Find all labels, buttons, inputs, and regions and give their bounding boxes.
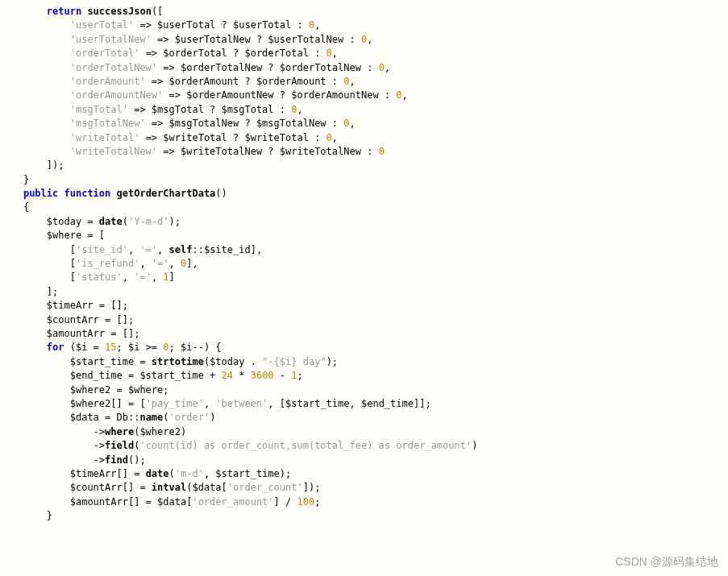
token-fn: getOrderChartData xyxy=(117,188,216,199)
token-s: 'pay_time' xyxy=(146,398,204,409)
token-s: 'orderTotal' xyxy=(70,48,140,59)
token-n: 0 xyxy=(396,89,401,101)
token-s: 'userTotal' xyxy=(70,19,134,31)
code-line: 'writeTotal' => $writeTotal ? $writeTota… xyxy=(0,131,728,145)
code-line: $data = Db::name('order') xyxy=(0,411,728,425)
token-fn: find xyxy=(105,454,128,466)
token-p: $amountArr = []; xyxy=(47,328,140,339)
code-line: $countArr = []; xyxy=(0,313,728,327)
token-p: , xyxy=(123,271,134,283)
token-p: ], xyxy=(186,258,198,269)
token-p: , xyxy=(152,271,163,283)
token-n: 0 xyxy=(343,118,349,129)
code-line: ->where($where2) xyxy=(0,425,728,439)
token-n: 0 xyxy=(343,76,349,87)
token-p: $timeArr[] = xyxy=(70,468,146,479)
token-s: 'writeTotalNew' xyxy=(70,146,157,157)
code-line: $countArr[] = intval($data['order_count'… xyxy=(0,481,728,495)
token-s: 'order' xyxy=(169,412,210,423)
token-p: * xyxy=(233,370,251,381)
code-line: $amountArr = []; xyxy=(0,327,728,341)
code-line: ->field('count(id) as order_count,sum(to… xyxy=(0,439,728,453)
token-s: 'order_count' xyxy=(227,482,303,493)
token-s: 'm-d' xyxy=(175,468,204,479)
token-s: 'orderTotalNew' xyxy=(70,62,157,73)
token-p: ]; xyxy=(47,286,58,297)
token-p: , xyxy=(297,104,302,115)
code-line: 'orderTotal' => $orderTotal ? $orderTota… xyxy=(0,47,728,60)
token-p: [ xyxy=(70,244,76,255)
token-p: } xyxy=(47,510,52,521)
token-s: 'count(id) as order_count,sum(total_fee)… xyxy=(139,440,472,451)
token-s: 'Y-m-d' xyxy=(128,216,169,227)
token-p: ($today . xyxy=(204,356,262,367)
token-p: $end_time = $start_time + xyxy=(70,370,222,381)
token-n: 1 xyxy=(163,271,168,283)
code-line: } xyxy=(0,509,728,523)
token-fn: successJson xyxy=(87,6,151,17)
token-n: 24 xyxy=(222,370,233,381)
token-p: , xyxy=(350,76,356,87)
token-fn: field xyxy=(105,440,134,451)
code-line: } xyxy=(0,173,728,187)
token-fn: where xyxy=(105,426,134,437)
token-p: ( xyxy=(169,468,175,479)
token-p: ; xyxy=(297,370,303,381)
token-p: => $userTotal ? $userTotal : xyxy=(134,19,309,31)
token-p: $data = Db:: xyxy=(70,412,140,423)
token-p: => $msgTotal ? $msgTotal : xyxy=(128,104,291,115)
token-p: [ xyxy=(70,258,76,269)
token-p: ) xyxy=(472,440,477,451)
token-n: 100 xyxy=(297,496,314,508)
token-p: ); xyxy=(169,216,181,227)
token-p: ($i = xyxy=(64,342,105,353)
token-s: '=' xyxy=(152,258,169,269)
code-line: $start_time = strtotime($today . "-{$i} … xyxy=(0,355,728,369)
token-p: ] / xyxy=(274,496,297,508)
token-fn: date xyxy=(99,216,123,227)
token-p: , xyxy=(128,244,139,255)
token-s: 'orderAmountNew' xyxy=(70,89,164,101)
token-n: 1 xyxy=(291,370,297,381)
code-line: ->find(); xyxy=(0,454,728,467)
token-p: - xyxy=(274,370,292,381)
token-p: , xyxy=(169,258,181,269)
token-p: -> xyxy=(94,454,105,466)
code-line: 'writeTotalNew' => $writeTotalNew ? $wri… xyxy=(0,145,728,159)
token-p: => $msgTotalNew ? $msgTotalNew : xyxy=(146,118,344,129)
token-s: 'order_amount' xyxy=(192,496,273,508)
token-p: ]); xyxy=(47,160,64,171)
token-fn: self xyxy=(169,244,193,255)
code-line: 'userTotal' => $userTotal ? $userTotal :… xyxy=(0,19,728,32)
token-p: ) xyxy=(210,412,215,423)
token-n: 15 xyxy=(105,342,116,353)
code-line: ]; xyxy=(0,285,728,299)
token-p: , [$start_time, $end_time]]; xyxy=(268,398,431,409)
token-fn: strtotime xyxy=(152,356,204,367)
token-s: "-{$i} day" xyxy=(262,356,326,367)
code-line: 'msgTotal' => $msgTotal ? $msgTotal : 0, xyxy=(0,103,728,117)
token-p: $amountArr[] = $data[ xyxy=(70,496,193,508)
token-n: 0 xyxy=(379,146,385,157)
code-line: ['is_refund', '=', 0], xyxy=(0,257,728,271)
token-p: $countArr[] = xyxy=(70,482,152,493)
token-p: [ xyxy=(70,271,76,283)
token-n: 0 xyxy=(327,48,332,59)
code-line: ['site_id', '=', self::$site_id], xyxy=(0,243,728,257)
token-p: ] xyxy=(169,271,175,283)
token-s: '=' xyxy=(134,271,152,283)
token-p: $where = [ xyxy=(47,230,105,241)
token-s: 'orderAmount' xyxy=(70,76,146,87)
token-p: -> xyxy=(94,426,105,437)
code-line: 'orderTotalNew' => $orderTotalNew ? $ord… xyxy=(0,61,728,75)
token-p: => $orderAmountNew ? $orderAmountNew : xyxy=(163,89,396,101)
token-s: 'is_refund' xyxy=(76,258,139,269)
code-line: 'userTotalNew' => $userTotalNew ? $userT… xyxy=(0,33,728,47)
token-p: $timeArr = []; xyxy=(47,300,128,311)
code-line: $timeArr = []; xyxy=(0,299,728,313)
token-p: ( xyxy=(163,412,168,423)
token-s: 'userTotalNew' xyxy=(70,34,152,45)
token-p: (); xyxy=(128,454,146,466)
token-k: public function xyxy=(23,188,110,199)
code-line: ]); xyxy=(0,159,728,172)
